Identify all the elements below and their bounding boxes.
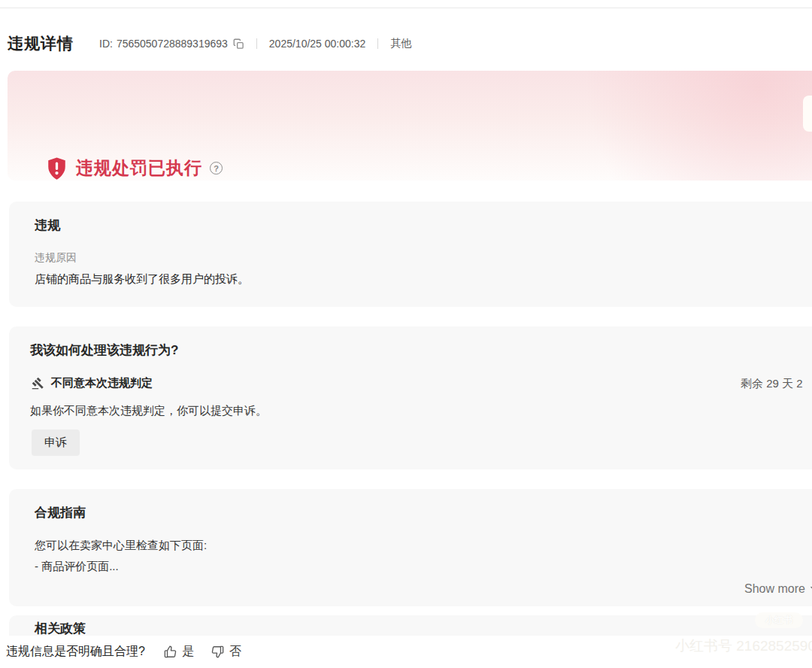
violation-card: 违规 违规原因 店铺的商品与服务收到了很多用户的投诉。	[9, 202, 812, 307]
violation-id: ID: 7565050728889319693	[99, 38, 228, 50]
banner-title: 违规处罚已执行	[76, 156, 202, 180]
header-meta: ID: 7565050728889319693 2025/10/25 00:00…	[99, 37, 411, 50]
guide-line: 您可以在卖家中心里检查如下页面:	[35, 539, 207, 553]
shield-alert-icon	[47, 157, 67, 180]
meta-divider	[256, 38, 257, 49]
feedback-no-button[interactable]: 否	[211, 644, 241, 660]
handling-card: 我该如何处理该违规行为? 不同意本次违规判定 剩余 29 天 2 如果你不同意本…	[9, 326, 812, 469]
violation-timestamp: 2025/10/25 00:00:32	[269, 38, 365, 50]
violation-card-title: 违规	[35, 217, 60, 234]
page-header: 违规详情 ID: 7565050728889319693 2025/10/25 …	[8, 33, 411, 54]
violation-reason-label: 违规原因	[35, 251, 77, 265]
guide-card-title: 合规指南	[35, 504, 86, 521]
gavel-icon	[32, 377, 44, 390]
xiaohongshu-watermark-account: 小红书号 2162852590	[675, 636, 812, 656]
top-divider	[0, 8, 812, 8]
guide-line: - 商品评价页面...	[35, 560, 119, 574]
thumb-down-icon	[211, 645, 225, 659]
help-icon[interactable]: ?	[210, 162, 223, 175]
violation-detail-page: 违规详情 ID: 7565050728889319693 2025/10/25 …	[0, 0, 812, 668]
copy-icon[interactable]	[233, 38, 244, 50]
disagree-label: 不同意本次违规判定	[51, 376, 153, 390]
banner-illustration	[803, 96, 812, 132]
guide-card: 合规指南 您可以在卖家中心里检查如下页面: - 商品评价页面... Show m…	[9, 489, 812, 606]
handling-card-title: 我该如何处理该违规行为?	[30, 342, 178, 359]
appeal-button[interactable]: 申诉	[32, 430, 80, 456]
violation-category: 其他	[390, 37, 411, 50]
show-more-label: Show more	[744, 582, 805, 596]
feedback-yes-button[interactable]: 是	[163, 644, 194, 660]
remaining-countdown: 剩余 29 天 2	[741, 377, 803, 391]
feedback-no-label: 否	[229, 644, 241, 660]
violation-id-value: 7565050728889319693	[117, 38, 228, 50]
xiaohongshu-watermark-badge: 小红书	[755, 612, 803, 628]
feedback-question: 违规信息是否明确且合理?	[6, 644, 145, 660]
banner-title-row: 违规处罚已执行 ?	[47, 156, 223, 180]
violation-id-label: ID:	[99, 38, 113, 50]
feedback-yes-label: 是	[182, 644, 194, 660]
violation-reason-text: 店铺的商品与服务收到了很多用户的投诉。	[35, 272, 249, 287]
penalty-banner: 违规处罚已执行 ? 限制订单量(开始时间：2025/10/25, 结束时间：20…	[8, 71, 812, 181]
policy-card-title: 相关政策	[35, 620, 86, 637]
meta-divider	[377, 38, 378, 49]
page-title: 违规详情	[8, 33, 74, 54]
thumb-up-icon	[163, 645, 177, 659]
feedback-inner: 违规信息是否明确且合理? 是 否	[6, 644, 241, 660]
appeal-hint: 如果你不同意本次违规判定，你可以提交申诉。	[30, 404, 267, 418]
show-more-button[interactable]: Show more	[744, 582, 812, 596]
disagree-row: 不同意本次违规判定	[32, 376, 153, 390]
